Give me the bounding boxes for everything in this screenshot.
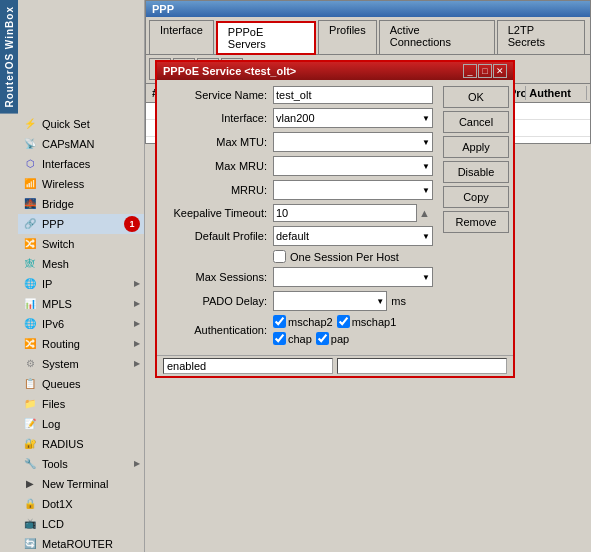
sidebar-item-label: Bridge (42, 198, 140, 210)
tab-pppoe-servers[interactable]: PPPoE Servers (216, 21, 316, 55)
auth-mschap1-checkbox[interactable] (337, 315, 350, 328)
cell-authent (526, 104, 587, 118)
pado-delay-select[interactable]: ▼ (273, 291, 387, 311)
authentication-row: Authentication: mschap2 mschap1 (163, 315, 433, 345)
sidebar-item-mpls[interactable]: 📊 MPLS ▶ (18, 294, 144, 314)
sidebar-item-lcd[interactable]: 📺 LCD (18, 514, 144, 534)
sidebar-item-files[interactable]: 📁 Files (18, 394, 144, 414)
default-profile-label: Default Profile: (163, 230, 273, 242)
sidebar-item-label: Quick Set (42, 118, 140, 130)
tools-icon: 🔧 (22, 456, 38, 472)
sidebar-item-label: Tools (42, 458, 134, 470)
max-sessions-row: Max Sessions: ▼ (163, 267, 433, 287)
copy-button[interactable]: Copy (443, 186, 509, 208)
mpls-icon: 📊 (22, 296, 38, 312)
auth-mschap1-item: mschap1 (337, 315, 397, 328)
disable-button[interactable]: Disable (443, 161, 509, 183)
pado-delay-unit: ms (391, 295, 406, 307)
auth-mschap2-checkbox[interactable] (273, 315, 286, 328)
default-profile-value: default (276, 230, 309, 242)
sidebar-item-dot1x[interactable]: 🔒 Dot1X (18, 494, 144, 514)
ip-icon: 🌐 (22, 276, 38, 292)
apply-button[interactable]: Apply (443, 136, 509, 158)
sidebar-item-interfaces[interactable]: ⬡ Interfaces (18, 154, 144, 174)
sidebar: RouterOS WinBox ⚡ Quick Set 📡 CAPsMAN ⬡ … (0, 0, 145, 552)
sidebar-item-switch[interactable]: 🔀 Switch (18, 234, 144, 254)
dialog-minimize-button[interactable]: _ (463, 64, 477, 78)
dialog-restore-button[interactable]: □ (478, 64, 492, 78)
auth-mschap1-label: mschap1 (352, 316, 397, 328)
cell-authent (526, 121, 587, 135)
max-mtu-select[interactable]: ▼ (273, 132, 433, 152)
auth-pap-label: pap (331, 333, 349, 345)
chevron-right-icon: ▶ (134, 319, 140, 328)
ppp-tabs: Interface PPPoE Servers Profiles Active … (146, 17, 590, 55)
keepalive-up-arrow: ▲ (419, 207, 430, 219)
dialog-close-button[interactable]: ✕ (493, 64, 507, 78)
dialog-form: Service Name: Interface: vlan200 ▼ (157, 80, 439, 355)
sidebar-item-label: IPv6 (42, 318, 134, 330)
auth-chap-item: chap (273, 332, 312, 345)
metarouter-icon: 🔄 (22, 536, 38, 552)
mesh-icon: 🕸 (22, 256, 38, 272)
dot1x-icon: 🔒 (22, 496, 38, 512)
sidebar-item-log[interactable]: 📝 Log (18, 414, 144, 434)
status-extra (337, 358, 507, 374)
tab-l2tp-secrets[interactable]: L2TP Secrets (497, 20, 585, 54)
remove-button[interactable]: Remove (443, 211, 509, 233)
sidebar-item-label: LCD (42, 518, 140, 530)
default-profile-select[interactable]: default ▼ (273, 226, 433, 246)
interface-select[interactable]: vlan200 ▼ (273, 108, 433, 128)
tab-interface[interactable]: Interface (149, 20, 214, 54)
sidebar-item-ppp[interactable]: 🔗 PPP 1 (18, 214, 144, 234)
keepalive-timeout-input[interactable] (273, 204, 417, 222)
ok-button[interactable]: OK (443, 86, 509, 108)
bridge-icon: 🌉 (22, 196, 38, 212)
interface-select-value: vlan200 (276, 112, 315, 124)
max-sessions-select[interactable]: ▼ (273, 267, 433, 287)
ppp-titlebar: PPP (146, 1, 590, 17)
keepalive-timeout-label: Keepalive Timeout: (163, 207, 273, 219)
sidebar-item-new-terminal[interactable]: ▶ New Terminal (18, 474, 144, 494)
pado-delay-row: PADO Delay: ▼ ms (163, 291, 433, 311)
sidebar-item-label: MPLS (42, 298, 134, 310)
sidebar-item-system[interactable]: ⚙ System ▶ (18, 354, 144, 374)
sidebar-item-label: IP (42, 278, 134, 290)
service-name-label: Service Name: (163, 89, 273, 101)
sidebar-item-queues[interactable]: 📋 Queues (18, 374, 144, 394)
sidebar-item-label: CAPsMAN (42, 138, 140, 150)
chevron-down-icon: ▼ (422, 232, 430, 241)
sidebar-item-label: Log (42, 418, 140, 430)
sidebar-item-bridge[interactable]: 🌉 Bridge (18, 194, 144, 214)
sidebar-item-routing[interactable]: 🔀 Routing ▶ (18, 334, 144, 354)
auth-chap-checkbox[interactable] (273, 332, 286, 345)
sidebar-item-metarouter[interactable]: 🔄 MetaROUTER (18, 534, 144, 552)
max-mru-select[interactable]: ▼ (273, 156, 433, 176)
sidebar-item-capsman[interactable]: 📡 CAPsMAN (18, 134, 144, 154)
cancel-button[interactable]: Cancel (443, 111, 509, 133)
dialog-overlay: PPPoE Service <test_olt> _ □ ✕ Service N… (155, 60, 515, 378)
mrru-select[interactable]: ▼ (273, 180, 433, 200)
tab-profiles[interactable]: Profiles (318, 20, 377, 54)
auth-pap-checkbox[interactable] (316, 332, 329, 345)
mrru-row: MRRU: ▼ (163, 180, 433, 200)
sidebar-items: ⚡ Quick Set 📡 CAPsMAN ⬡ Interfaces 📶 Wir… (18, 114, 144, 552)
one-session-checkbox[interactable] (273, 250, 286, 263)
ppp-badge: 1 (124, 216, 140, 232)
one-session-label: One Session Per Host (290, 251, 399, 263)
sidebar-item-wireless[interactable]: 📶 Wireless (18, 174, 144, 194)
sidebar-item-tools[interactable]: 🔧 Tools ▶ (18, 454, 144, 474)
sidebar-item-ipv6[interactable]: 🌐 IPv6 ▶ (18, 314, 144, 334)
chevron-right-icon: ▶ (134, 279, 140, 288)
auth-mschap2-label: mschap2 (288, 316, 333, 328)
sidebar-item-radius[interactable]: 🔐 RADIUS (18, 434, 144, 454)
max-sessions-label: Max Sessions: (163, 271, 273, 283)
tab-active-connections[interactable]: Active Connections (379, 20, 495, 54)
app-title: RouterOS WinBox (0, 0, 18, 114)
wireless-icon: 📶 (22, 176, 38, 192)
sidebar-item-quick-set[interactable]: ⚡ Quick Set (18, 114, 144, 134)
chevron-right-icon: ▶ (134, 359, 140, 368)
sidebar-item-ip[interactable]: 🌐 IP ▶ (18, 274, 144, 294)
service-name-input[interactable] (273, 86, 433, 104)
sidebar-item-mesh[interactable]: 🕸 Mesh (18, 254, 144, 274)
